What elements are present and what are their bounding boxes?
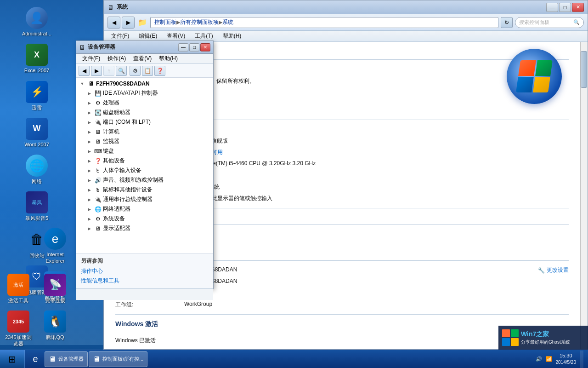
win-logo-red [518, 60, 536, 76]
dm-category-audio[interactable]: ▶ 🔊 声音、视频和游戏控制器 [76, 175, 213, 185]
dm-tool-properties[interactable]: 📋 [142, 66, 153, 76]
breadcrumb-system[interactable]: 系统 [222, 18, 233, 26]
dm-net-icon: 🌐 [94, 206, 102, 213]
desktop-icon-broadband[interactable]: 📡 宽带连接 [37, 271, 74, 306]
desktop-icon-label-jiehuo: 激活工具 [8, 297, 28, 304]
scrollbar-thumb[interactable] [581, 51, 587, 88]
menu-edit[interactable]: 编辑(E) [135, 31, 161, 41]
minimize-button[interactable]: — [546, 3, 558, 12]
dm-expand-monitor[interactable]: ▶ [85, 138, 93, 145]
change-settings-link[interactable]: 🔧 更改设置 [538, 266, 569, 274]
dm-menu-help[interactable]: 帮助(H) [155, 54, 181, 63]
windows-logo-inner [516, 60, 553, 92]
dm-expand-keyboard[interactable]: ▶ [85, 148, 93, 155]
search-box[interactable]: 搜索控制面板 🔍 [515, 17, 584, 28]
win7-badge-subtitle: 分享最好用的Ghost系统 [521, 339, 570, 345]
control-panel-titlebar: 🖥 系统 — □ ✕ [104, 0, 588, 14]
dm-expand-root[interactable]: ▼ [79, 80, 86, 87]
address-field[interactable]: 控制面板 ▶ 所有控制面板项 ▶ 系统 [150, 17, 498, 28]
dm-category-processor[interactable]: ▶ ⚙ 处理器 [76, 98, 213, 108]
desktop-icon-qq[interactable]: 🐧 腾讯QQ [37, 308, 74, 343]
dm-category-network[interactable]: ▶ 🌐 网络适配器 [76, 204, 213, 214]
win7-badge: Win7之家 分享最好用的Ghost系统 [498, 326, 588, 350]
dm-category-monitor[interactable]: ▶ 🖥 监视器 [76, 137, 213, 146]
desktop-icon-ie[interactable]: e InternetExplorer [37, 225, 74, 267]
dm-port-label: 端口 (COM 和 LPT) [103, 118, 151, 126]
search-placeholder: 搜索控制面板 [519, 19, 549, 26]
dm-expand-display[interactable]: ▶ [85, 225, 93, 232]
breadcrumb-controlpanel[interactable]: 控制面板 [154, 18, 176, 26]
notification-icon-volume[interactable]: 🔊 [536, 356, 542, 362]
dm-ref-performance[interactable]: 性能信息和工具 [81, 277, 209, 285]
desktop-icon-jiehuo[interactable]: 激活 激活工具 [0, 271, 37, 306]
dm-minimize-button[interactable]: — [178, 43, 188, 52]
close-button[interactable]: ✕ [572, 3, 584, 12]
dm-category-usb[interactable]: ▶ 🔌 通用串行总线控制器 [76, 195, 213, 204]
menu-help[interactable]: 帮助(H) [219, 31, 245, 41]
dm-category-display[interactable]: ▶ 🖥 显示适配器 [76, 224, 213, 233]
refresh-button[interactable]: ↻ [501, 17, 513, 28]
productid-label: 产品 ID: [115, 348, 184, 349]
window-controls: — □ ✕ [546, 3, 584, 12]
dm-expand-system[interactable]: ▶ [85, 215, 93, 223]
dm-expand-network[interactable]: ▶ [85, 206, 93, 213]
dm-expand-port[interactable]: ▶ [85, 119, 93, 126]
dm-expand-usb[interactable]: ▶ [85, 196, 93, 203]
dm-tool-forward[interactable]: ▶ [91, 66, 102, 76]
notification-icon-network[interactable]: 📶 [546, 356, 552, 362]
dm-category-other[interactable]: ▶ ❓ 其他设备 [76, 156, 213, 166]
dm-tool-search[interactable]: 🔍 [116, 66, 127, 76]
taskbar-clock[interactable]: 15:30 2014/5/20 [556, 352, 577, 366]
breadcrumb-allitems[interactable]: 所有控制面板项 [180, 18, 219, 26]
dm-tool-back[interactable]: ◀ [79, 66, 90, 76]
dm-category-computer[interactable]: ▶ 🖥 计算机 [76, 127, 213, 137]
dm-maximize-button[interactable]: □ [189, 43, 199, 52]
dm-category-disk[interactable]: ▶ 💽 磁盘驱动器 [76, 108, 213, 117]
scrollbar-track[interactable] [580, 42, 588, 349]
win-logo-yellow [533, 77, 550, 93]
taskbar-quicklaunch-ie[interactable]: e [27, 351, 44, 367]
dm-tool-up: ↑ [103, 66, 114, 76]
menu-file[interactable]: 文件(F) [107, 31, 133, 41]
dm-expand-processor[interactable]: ▶ [85, 99, 93, 107]
menu-view[interactable]: 查看(V) [163, 31, 189, 41]
dm-ref-action-center[interactable]: 操作中心 [81, 267, 209, 275]
dm-menu-file[interactable]: 文件(F) [79, 54, 104, 63]
desktop-icon-2345[interactable]: 2345 2345加速浏览器 [0, 308, 37, 350]
dm-category-ide[interactable]: ▶ 💾 IDE ATA/ATAPI 控制器 [76, 88, 213, 98]
dm-expand-mouse[interactable]: ▶ [85, 186, 93, 194]
dm-category-mouse[interactable]: ▶ 🖱 鼠标和其他指针设备 [76, 185, 213, 195]
taskbar-item-devicemanager[interactable]: 🖥 设备管理器 [45, 351, 88, 367]
menu-tools[interactable]: 工具(T) [191, 31, 216, 41]
dm-menu-view[interactable]: 查看(V) [130, 54, 155, 63]
dm-tree-root[interactable]: ▼ 🖥 F2FH790CS8DADAN [76, 79, 213, 88]
back-button[interactable]: ◀ [107, 17, 120, 29]
dm-tool-help[interactable]: ❓ [154, 66, 165, 76]
win7-logo-small [502, 329, 519, 346]
dm-menu-action[interactable]: 操作(A) [104, 54, 130, 63]
dm-category-system[interactable]: ▶ ⚙ 系统设备 [76, 214, 213, 224]
show-desktop-button[interactable] [580, 351, 583, 368]
dm-processor-label: 处理器 [103, 99, 119, 107]
dm-expand-ide[interactable]: ▶ [85, 90, 93, 97]
change-settings-text[interactable]: 🔧 更改设置 [538, 266, 569, 274]
device-manager-window: 🖥 设备管理器 — □ ✕ 文件(F) 操作(A) 查看(V) 帮助(H) ◀ … [76, 40, 214, 289]
dm-expand-disk[interactable]: ▶ [85, 109, 93, 116]
maximize-button[interactable]: □ [559, 3, 571, 12]
dm-category-port[interactable]: ▶ 🔌 端口 (COM 和 LPT) [76, 117, 213, 127]
dm-expand-audio[interactable]: ▶ [85, 177, 93, 184]
dm-expand-other[interactable]: ▶ [85, 157, 93, 165]
dm-expand-computer[interactable]: ▶ [85, 128, 93, 136]
dm-disk-icon: 💽 [94, 109, 102, 116]
taskbar-item-controlpanel[interactable]: 🖥 控制面板\所有控... [89, 351, 147, 367]
dm-category-keyboard[interactable]: ▶ ⌨ 键盘 [76, 146, 213, 156]
taskbar-label-cp: 控制面板\所有控... [102, 356, 143, 362]
dm-expand-hid[interactable]: ▶ [85, 167, 93, 174]
win7-logo-q1 [502, 329, 510, 337]
dm-category-hid[interactable]: ▶ 🖱 人体学输入设备 [76, 166, 213, 175]
start-button[interactable]: ⊞ [0, 350, 25, 368]
dm-usb-label: 通用串行总线控制器 [103, 196, 153, 203]
dm-close-button[interactable]: ✕ [200, 43, 210, 52]
forward-button[interactable]: ▶ [122, 17, 135, 29]
dm-tool-refresh[interactable]: ⚙ [130, 66, 141, 76]
